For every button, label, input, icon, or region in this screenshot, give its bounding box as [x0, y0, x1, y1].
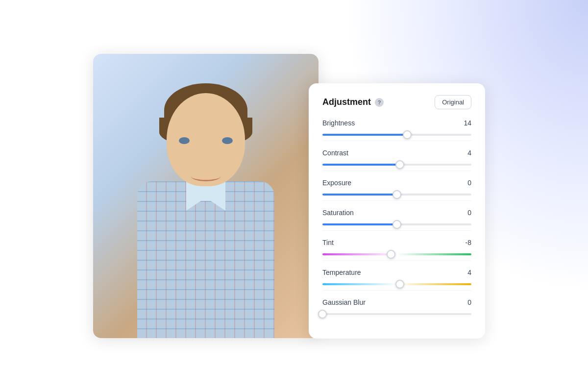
slider-temperature[interactable]: [322, 279, 471, 289]
slider-row-contrast: Contrast4: [322, 149, 471, 157]
slider-item-contrast: Contrast4: [322, 149, 471, 171]
slider-row-saturation: Saturation0: [322, 209, 471, 217]
divider: [322, 141, 471, 141]
panel-title: Adjustment: [322, 97, 371, 107]
slider-row-gaussian-blur: Gaussian Blur0: [322, 298, 471, 306]
eye-right: [222, 137, 233, 144]
eye-left: [179, 137, 190, 144]
divider: [322, 260, 471, 261]
person-figure: [122, 83, 289, 338]
divider: [322, 290, 471, 291]
slider-row-brightness: Brightness14: [322, 119, 471, 127]
value-saturation: 0: [460, 209, 471, 217]
body: [137, 181, 274, 338]
value-gaussian-blur: 0: [460, 298, 471, 306]
divider: [322, 171, 471, 171]
divider: [322, 230, 471, 231]
slider-item-saturation: Saturation0: [322, 209, 471, 231]
slider-item-brightness: Brightness14: [322, 119, 471, 141]
photo-placeholder: [93, 54, 318, 338]
panel-header: Adjustment ? Original: [322, 95, 471, 109]
slider-item-exposure: Exposure0: [322, 179, 471, 201]
slider-row-tint: Tint-8: [322, 239, 471, 246]
original-button[interactable]: Original: [435, 95, 471, 109]
slider-contrast[interactable]: [322, 160, 471, 170]
slider-tint[interactable]: [322, 249, 471, 259]
slider-row-temperature: Temperature4: [322, 269, 471, 276]
label-exposure: Exposure: [322, 179, 351, 187]
label-saturation: Saturation: [322, 209, 354, 217]
main-container: Adjustment ? Original Brightness14Contra…: [93, 54, 495, 338]
slider-exposure[interactable]: [322, 190, 471, 199]
slider-row-exposure: Exposure0: [322, 179, 471, 187]
adjustment-panel: Adjustment ? Original Brightness14Contra…: [309, 83, 485, 339]
help-icon[interactable]: ?: [375, 98, 384, 107]
slider-brightness[interactable]: [322, 130, 471, 140]
head: [167, 93, 245, 186]
slider-item-tint: Tint-8: [322, 239, 471, 261]
label-gaussian-blur: Gaussian Blur: [322, 298, 366, 306]
value-brightness: 14: [460, 119, 471, 127]
label-tint: Tint: [322, 239, 334, 246]
slider-gaussian-blur[interactable]: [322, 309, 471, 319]
label-contrast: Contrast: [322, 149, 348, 157]
smile: [191, 172, 220, 181]
panel-title-group: Adjustment ?: [322, 97, 384, 107]
slider-item-temperature: Temperature4: [322, 269, 471, 291]
slider-item-gaussian-blur: Gaussian Blur0: [322, 298, 471, 319]
value-temperature: 4: [460, 269, 471, 276]
value-exposure: 0: [460, 179, 471, 187]
photo-card: [93, 54, 318, 338]
face-detail: [172, 132, 240, 191]
divider: [322, 200, 471, 201]
slider-saturation[interactable]: [322, 220, 471, 229]
value-contrast: 4: [460, 149, 471, 157]
label-brightness: Brightness: [322, 119, 355, 127]
value-tint: -8: [460, 239, 471, 246]
sliders-container: Brightness14Contrast4Exposure0Saturation…: [322, 119, 471, 319]
label-temperature: Temperature: [322, 269, 361, 276]
